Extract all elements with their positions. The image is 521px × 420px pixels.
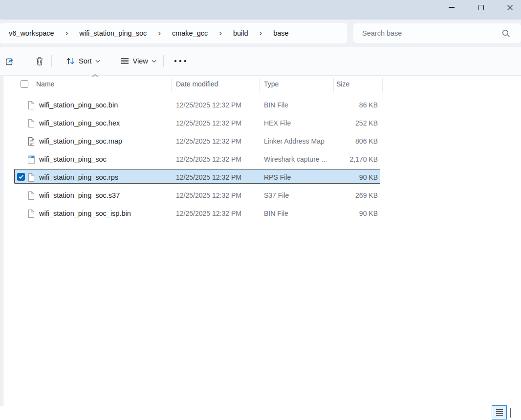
file-row[interactable]: wifi_station_ping_soc 12/25/2025 12:32 P…	[4, 150, 521, 168]
file-size: 269 KB	[307, 191, 378, 199]
minimize-button[interactable]	[440, 0, 463, 15]
details-view-toggle-active[interactable]	[492, 405, 507, 420]
document-icon	[27, 137, 36, 146]
search-placeholder: Search base	[362, 29, 402, 37]
sort-ascending-icon	[92, 74, 98, 78]
file-icon	[27, 101, 36, 109]
file-size: 252 KB	[307, 119, 378, 127]
toolbar-divider	[51, 55, 52, 67]
breadcrumb: v6_workspace › wifi_station_ping_soc › c…	[0, 23, 347, 43]
toolbar-divider	[163, 55, 164, 67]
file-date-modified: 12/25/2025 12:32 PM	[176, 173, 241, 181]
file-date-modified: 12/25/2025 12:32 PM	[176, 155, 241, 163]
column-header-date-modified[interactable]: Date modified	[176, 80, 218, 88]
column-divider[interactable]	[382, 78, 383, 92]
file-name: wifi_station_ping_soc.rps	[39, 173, 118, 181]
breadcrumb-separator-icon: ›	[253, 29, 269, 37]
view-lines-icon	[120, 56, 130, 66]
title-bar	[0, 0, 521, 20]
share-button[interactable]	[1, 52, 19, 70]
file-size: 90 KB	[307, 173, 378, 181]
file-row[interactable]: wifi_station_ping_soc_isp.bin 12/25/2025…	[4, 204, 521, 222]
chevron-down-icon	[152, 60, 156, 63]
thumbnail-view-icon	[510, 408, 511, 418]
trash-icon	[35, 56, 44, 66]
column-header-type[interactable]: Type	[264, 80, 279, 88]
file-icon	[27, 191, 36, 200]
breadcrumb-separator-icon: ›	[213, 29, 228, 37]
breadcrumb-separator-icon: ›	[59, 29, 75, 37]
file-row-selected[interactable]: wifi_station_ping_soc.rps 12/25/2025 12:…	[4, 168, 521, 186]
file-date-modified: 12/25/2025 12:32 PM	[176, 137, 241, 145]
ellipsis-icon	[174, 59, 188, 63]
file-icon	[27, 173, 36, 182]
file-type: HEX File	[264, 119, 291, 127]
row-checkbox-checked[interactable]	[17, 173, 25, 181]
file-name: wifi_station_ping_soc.hex	[39, 119, 120, 127]
breadcrumb-item-cmake-gcc[interactable]: cmake_gcc	[167, 27, 213, 40]
file-type: RPS File	[264, 173, 291, 181]
sort-button[interactable]: Sort	[62, 52, 104, 70]
file-name: wifi_station_ping_soc.map	[39, 137, 122, 145]
sort-arrows-icon	[65, 56, 75, 66]
search-icon[interactable]	[502, 29, 510, 38]
breadcrumb-item-wifi-station-ping-soc[interactable]: wifi_station_ping_soc	[74, 27, 152, 40]
file-row[interactable]: wifi_station_ping_soc.bin 12/25/2025 12:…	[4, 96, 521, 114]
file-size: 90 KB	[307, 210, 378, 217]
file-date-modified: 12/25/2025 12:32 PM	[176, 210, 241, 217]
file-list: wifi_station_ping_soc.bin 12/25/2025 12:…	[4, 96, 521, 222]
share-icon	[5, 56, 15, 66]
command-toolbar: Sort View	[0, 47, 521, 76]
more-options-button[interactable]	[170, 52, 192, 70]
file-type: BIN File	[264, 101, 288, 109]
file-row[interactable]: wifi_station_ping_soc.s37 12/25/2025 12:…	[4, 186, 521, 204]
view-label: View	[133, 57, 148, 65]
file-type: S37 File	[264, 191, 289, 199]
capture-file-icon	[27, 155, 36, 164]
checkmark-icon	[18, 174, 24, 180]
file-row[interactable]: wifi_station_ping_soc.hex 12/25/2025 12:…	[4, 114, 521, 132]
column-header-row: Name Date modified Type Size	[4, 77, 390, 93]
column-divider[interactable]	[333, 78, 334, 92]
chevron-down-icon	[95, 60, 100, 63]
delete-button[interactable]	[31, 52, 48, 70]
close-button[interactable]	[499, 0, 521, 15]
details-view-icon	[496, 409, 503, 410]
column-header-name[interactable]: Name	[36, 80, 54, 88]
breadcrumb-separator-icon: ›	[152, 29, 167, 37]
file-size: 806 KB	[307, 137, 378, 145]
column-header-size[interactable]: Size	[336, 80, 349, 88]
view-button[interactable]: View	[116, 52, 160, 70]
maximize-icon	[478, 5, 484, 10]
maximize-button[interactable]	[470, 0, 492, 15]
file-name: wifi_station_ping_soc.s37	[39, 191, 120, 199]
address-bar: v6_workspace › wifi_station_ping_soc › c…	[0, 20, 521, 47]
file-date-modified: 12/25/2025 12:32 PM	[176, 119, 241, 127]
sort-label: Sort	[79, 57, 92, 65]
file-date-modified: 12/25/2025 12:32 PM	[176, 191, 241, 199]
file-row[interactable]: wifi_station_ping_soc.map 12/25/2025 12:…	[4, 132, 521, 150]
file-size: 86 KB	[307, 101, 378, 109]
file-name: wifi_station_ping_soc	[39, 155, 107, 163]
breadcrumb-item-base[interactable]: base	[268, 27, 293, 40]
select-all-checkbox[interactable]	[21, 80, 28, 88]
column-divider[interactable]	[259, 78, 260, 92]
thumbnail-view-toggle[interactable]	[510, 409, 518, 418]
search-input[interactable]: Search base	[353, 23, 521, 43]
file-name: wifi_station_ping_soc.bin	[39, 101, 118, 109]
close-icon	[507, 4, 513, 11]
file-date-modified: 12/25/2025 12:32 PM	[176, 101, 241, 109]
column-divider[interactable]	[171, 78, 172, 92]
breadcrumb-item-v6-workspace[interactable]: v6_workspace	[4, 27, 59, 40]
minimize-icon	[449, 7, 455, 8]
file-name: wifi_station_ping_soc_isp.bin	[39, 210, 131, 217]
file-icon	[27, 209, 36, 218]
file-type: BIN File	[264, 210, 288, 217]
file-size: 2,170 KB	[307, 155, 378, 163]
file-icon	[27, 119, 36, 127]
pane-edge	[0, 76, 3, 406]
breadcrumb-item-build[interactable]: build	[228, 27, 253, 40]
